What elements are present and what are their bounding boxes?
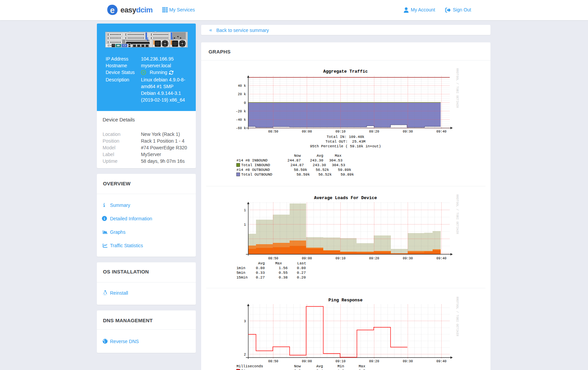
svg-text:09:00: 09:00	[302, 360, 312, 363]
svg-text:08:50: 08:50	[268, 360, 278, 363]
svg-text:Avg: Avg	[258, 261, 265, 265]
svg-text:0.27: 0.27	[297, 271, 306, 275]
svg-text:58.59k: 58.59k	[294, 168, 307, 172]
svg-text:59.89k: 59.89k	[340, 173, 354, 177]
svg-text:09:30: 09:30	[403, 360, 413, 363]
svg-text:0.80: 0.80	[256, 266, 265, 270]
svg-text:243.30: 243.30	[313, 163, 326, 167]
svg-text:09:40: 09:40	[436, 130, 446, 134]
svg-text:244.87: 244.87	[290, 163, 304, 167]
svg-text:20 k: 20 k	[238, 92, 246, 96]
svg-text:0.33: 0.33	[256, 271, 265, 275]
svg-text:-60 k: -60 k	[236, 126, 246, 130]
svg-text:0.38: 0.38	[279, 275, 288, 280]
svg-text:09:00: 09:00	[302, 130, 312, 134]
svg-text:-20 k: -20 k	[236, 110, 246, 113]
svg-text:09:30: 09:30	[403, 130, 413, 134]
svg-text:Min: Min	[337, 364, 344, 368]
svg-text:95th Percentile ( 59.18k in+ou: 95th Percentile ( 59.18k in+out)	[310, 144, 381, 148]
svg-text:Max: Max	[275, 261, 282, 265]
svg-text:09:10: 09:10	[335, 130, 345, 134]
svg-text:09:40: 09:40	[436, 360, 446, 363]
svg-text:1min: 1min	[236, 266, 245, 270]
svg-text:Milliseconds: Milliseconds	[236, 364, 263, 368]
svg-text:56.52k: 56.52k	[318, 173, 332, 177]
svg-text:e: e	[110, 5, 115, 15]
svg-text:Total OUT: 25.43M: Total OUT: 25.43M	[326, 140, 366, 144]
svg-text:09:20: 09:20	[369, 130, 379, 134]
svg-text:RRDTOOL / TOBI OETIKER: RRDTOOL / TOBI OETIKER	[455, 297, 459, 336]
svg-text:243.30: 243.30	[310, 158, 323, 162]
svg-text:59.89k: 59.89k	[338, 168, 351, 172]
svg-text:Total OUTBOUND: Total OUTBOUND	[241, 173, 272, 177]
svg-text:Last: Last	[297, 261, 306, 265]
svg-text:#14 #8 INBOUND: #14 #8 INBOUND	[236, 158, 268, 162]
svg-text:Aggregate Traffic: Aggregate Traffic	[323, 69, 368, 74]
svg-text:RRDTOOL / TOBI OETIKER: RRDTOOL / TOBI OETIKER	[455, 68, 459, 108]
svg-text:Total INBOUND: Total INBOUND	[241, 163, 270, 167]
svg-text:0: 0	[244, 101, 246, 105]
svg-text:Avg: Avg	[316, 364, 323, 368]
svg-text:40 k: 40 k	[238, 84, 246, 88]
svg-text:5min: 5min	[236, 271, 245, 275]
svg-text:2: 2	[244, 353, 246, 357]
svg-text:244.87: 244.87	[287, 158, 301, 162]
svg-text:Now: Now	[294, 364, 301, 368]
svg-text:09:20: 09:20	[369, 360, 379, 363]
svg-text:0.55: 0.55	[279, 271, 288, 275]
svg-text:304.53: 304.53	[332, 163, 345, 167]
svg-text:304.53: 304.53	[329, 158, 342, 162]
svg-text:0.27: 0.27	[256, 275, 265, 280]
svg-text:Max: Max	[335, 154, 341, 158]
svg-text:1.56: 1.56	[279, 266, 288, 270]
svg-text:0.20: 0.20	[297, 275, 306, 280]
svg-text:09:30: 09:30	[403, 257, 413, 260]
svg-text:Average Loads For Device: Average Loads For Device	[314, 195, 377, 200]
svg-text:08:50: 08:50	[268, 130, 278, 134]
svg-text:09:10: 09:10	[335, 360, 345, 363]
svg-text:1: 1	[244, 209, 246, 212]
svg-text:RRDTOOL / TOBI OETIKER: RRDTOOL / TOBI OETIKER	[455, 194, 459, 234]
svg-text:Now: Now	[294, 154, 301, 158]
svg-text:Avg: Avg	[317, 154, 323, 158]
svg-text:-40 k: -40 k	[236, 118, 246, 122]
svg-text:3: 3	[244, 320, 246, 323]
svg-text:Ping Response: Ping Response	[328, 298, 363, 303]
svg-text:58.59k: 58.59k	[296, 173, 310, 177]
svg-text:1: 1	[244, 223, 246, 227]
svg-text:Max: Max	[359, 364, 365, 368]
svg-text:09:40: 09:40	[436, 257, 446, 260]
svg-text:Total IN: 109.48k: Total IN: 109.48k	[327, 135, 365, 139]
svg-text:56.52k: 56.52k	[316, 168, 329, 172]
svg-text:09:10: 09:10	[335, 257, 345, 260]
svg-text:09:20: 09:20	[369, 257, 379, 260]
svg-text:#14 #8 OUTBOUND: #14 #8 OUTBOUND	[236, 168, 270, 172]
svg-text:08:50: 08:50	[268, 257, 278, 260]
svg-text:0.80: 0.80	[297, 266, 306, 270]
svg-text:15min: 15min	[236, 275, 248, 280]
svg-text:09:00: 09:00	[302, 257, 312, 260]
